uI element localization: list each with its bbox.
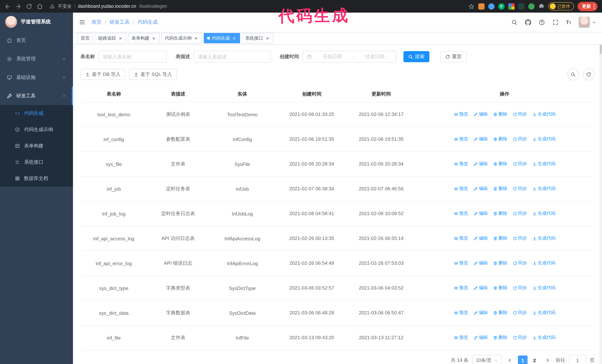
date-start-placeholder[interactable]: 开始日期 [315,53,350,60]
home-browser-icon[interactable] [37,3,43,10]
toggle-search-button[interactable] [567,69,579,80]
import-db-button[interactable]: 基于 DB 导入 [80,69,125,80]
delete-link[interactable]: 删除 [493,186,507,192]
github-icon[interactable] [525,19,531,25]
page-2[interactable]: 2 [530,355,539,364]
profile-paused-badge[interactable]: 已暂停 [548,2,574,10]
extensions-puzzle-icon[interactable] [538,3,544,10]
help-icon[interactable] [538,19,545,25]
preview-link[interactable]: 预览 [454,111,468,118]
fullscreen-icon[interactable] [552,19,559,25]
preview-link[interactable]: 预览 [454,235,468,242]
tab-system-api[interactable]: 系统接口 × [242,33,273,43]
edit-link[interactable]: 编辑 [473,310,488,316]
extension-icon-1[interactable] [478,3,484,10]
extension-icon-4[interactable] [508,3,514,10]
tab-form-builder[interactable]: 表单构建 × [128,33,160,43]
generate-link[interactable]: 生成代码 [532,161,556,167]
reset-button[interactable]: 重置 [441,51,466,62]
date-end-placeholder[interactable]: 结束日期 [358,53,392,60]
edit-link[interactable]: 编辑 [473,260,488,266]
sidebar-item-codegen[interactable]: 代码生成 [0,105,73,122]
sync-link[interactable]: 同步 [513,111,527,118]
sync-link[interactable]: 同步 [513,186,527,192]
breadcrumb-devtools[interactable]: 研发工具 [110,19,130,26]
tab-tracing[interactable]: 链路追踪 × [95,33,126,43]
import-sql-button[interactable]: 基于 SQL 导入 [129,69,177,80]
search-button[interactable]: 搜索 [403,51,429,62]
preview-link[interactable]: 预览 [454,260,468,266]
sync-link[interactable]: 同步 [513,235,527,242]
sidebar-item-form-builder[interactable]: 表单构建 [0,138,73,154]
edit-link[interactable]: 编辑 [473,235,488,242]
close-icon[interactable]: × [118,36,123,41]
next-page-button[interactable] [543,356,552,364]
page-scrollbar[interactable] [599,13,602,364]
forward-icon[interactable] [15,3,22,10]
table-desc-input[interactable] [194,51,271,62]
goto-page-input[interactable] [569,355,586,364]
preview-link[interactable]: 预览 [454,285,468,291]
generate-link[interactable]: 生成代码 [532,285,556,291]
generate-link[interactable]: 生成代码 [532,310,556,316]
page-size-select[interactable]: 10条/页 [472,355,502,364]
preview-link[interactable]: 预览 [454,310,468,316]
edit-link[interactable]: 编辑 [473,210,488,217]
sync-link[interactable]: 同步 [513,161,527,167]
back-icon[interactable] [4,3,11,10]
sync-link[interactable]: 同步 [513,210,527,217]
refresh-table-button[interactable] [583,69,595,80]
edit-link[interactable]: 编辑 [473,111,488,118]
generate-link[interactable]: 生成代码 [532,235,556,242]
preview-link[interactable]: 预览 [454,136,468,142]
font-size-icon[interactable]: TT [566,20,571,25]
page-1[interactable]: 1 [518,355,527,364]
date-range-picker[interactable]: 开始日期 - 结束日期 [303,51,396,62]
preview-link[interactable]: 预览 [454,210,468,217]
generate-link[interactable]: 生成代码 [532,260,556,266]
sidebar-item-home[interactable]: 首页 [0,31,73,50]
generate-link[interactable]: 生成代码 [532,136,556,142]
sync-link[interactable]: 同步 [513,285,527,291]
table-name-input[interactable] [98,51,167,62]
edit-link[interactable]: 编辑 [473,334,488,341]
close-icon[interactable]: × [265,36,270,41]
sidebar-item-codegen-example[interactable]: 代码生成示例 [0,122,73,138]
delete-link[interactable]: 删除 [493,310,507,316]
close-icon[interactable]: × [151,36,156,41]
generate-link[interactable]: 生成代码 [532,210,556,217]
delete-link[interactable]: 删除 [493,136,507,142]
delete-link[interactable]: 删除 [493,334,507,341]
security-label[interactable]: 不安全 [58,3,72,10]
delete-link[interactable]: 删除 [493,111,507,118]
tab-codegen-example[interactable]: 代码生成示例 × [161,33,202,43]
edit-link[interactable]: 编辑 [473,136,488,142]
sidebar-item-system-management[interactable]: 系统管理 [0,50,73,68]
edit-link[interactable]: 编辑 [473,285,488,291]
tab-home[interactable]: 首页 [77,33,93,43]
delete-link[interactable]: 删除 [493,210,507,217]
delete-link[interactable]: 删除 [493,161,507,167]
generate-link[interactable]: 生成代码 [532,111,556,118]
chrome-update-button[interactable]: 更新 [578,2,598,11]
prev-page-button[interactable] [505,356,514,364]
hamburger-icon[interactable] [79,19,86,26]
generate-link[interactable]: 生成代码 [532,186,556,192]
sidebar-item-system-api[interactable]: 系统接口 [0,154,73,170]
delete-link[interactable]: 删除 [493,260,507,266]
tab-codegen[interactable]: 代码生成 × [204,33,240,43]
sync-link[interactable]: 同步 [513,334,527,341]
bookmark-star-icon[interactable] [468,3,474,10]
edit-link[interactable]: 编辑 [473,161,488,167]
preview-link[interactable]: 预览 [454,161,468,167]
extension-icon-6[interactable] [528,3,534,10]
extension-icon-2[interactable] [488,3,494,10]
app-logo[interactable]: 芋道管理系统 [0,13,73,31]
sync-link[interactable]: 同步 [513,260,527,266]
reload-icon[interactable] [26,3,32,10]
sync-link[interactable]: 同步 [513,136,527,142]
sync-link[interactable]: 同步 [513,310,527,316]
user-menu[interactable] [579,17,596,28]
address-bar[interactable]: 不安全 dashboard.yudao.iocoder.cn/tool/code… [50,3,167,10]
sidebar-item-db-doc[interactable]: 数据库文档 [0,170,73,187]
